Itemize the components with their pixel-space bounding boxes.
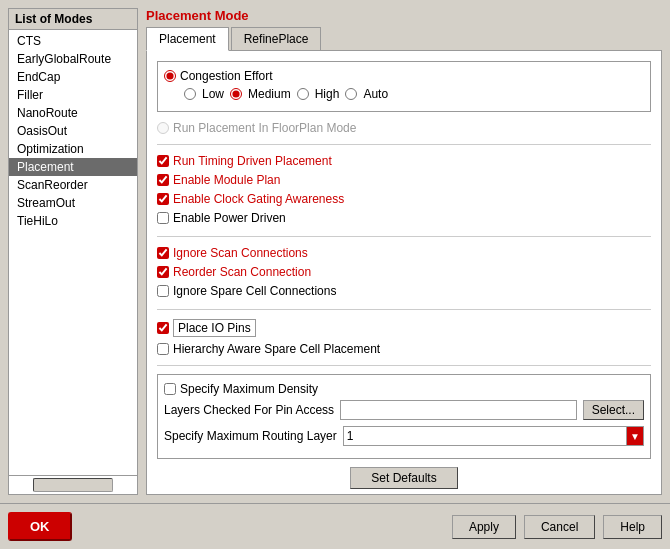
- timing-options-section: Run Timing Driven Placement Enable Modul…: [157, 153, 651, 226]
- congestion-options: Low Medium High Auto: [184, 87, 644, 101]
- window: List of Modes CTSEarlyGlobalRouteEndCapF…: [0, 0, 670, 549]
- congestion-medium-label: Medium: [248, 87, 291, 101]
- max-density-label: Specify Maximum Density: [180, 382, 318, 396]
- hierarchy-row: Hierarchy Aware Spare Cell Placement: [157, 341, 651, 357]
- right-panel: Placement Mode Placement RefinePlace Con…: [146, 8, 662, 495]
- place-io-checkbox[interactable]: [157, 322, 169, 334]
- power-driven-checkbox[interactable]: [157, 212, 169, 224]
- horizontal-scrollbar[interactable]: [33, 478, 113, 492]
- mode-item-tiehilo[interactable]: TieHiLo: [9, 212, 137, 230]
- separator-1: [157, 144, 651, 145]
- routing-combo: ▼: [343, 426, 644, 446]
- enable-module-row: Enable Module Plan: [157, 172, 651, 188]
- mode-list: CTSEarlyGlobalRouteEndCapFillerNanoRoute…: [9, 30, 137, 475]
- congestion-effort-label: Congestion Effort: [180, 69, 273, 83]
- timing-driven-label: Run Timing Driven Placement: [173, 154, 332, 168]
- hierarchy-label: Hierarchy Aware Spare Cell Placement: [173, 342, 380, 356]
- set-defaults-container: Set Defaults: [157, 467, 651, 489]
- floorplan-radio: [157, 122, 169, 134]
- mode-item-scanreorder[interactable]: ScanReorder: [9, 176, 137, 194]
- layers-label: Layers Checked For Pin Access: [164, 403, 334, 417]
- congestion-effort-row: Congestion Effort: [164, 68, 644, 84]
- congestion-medium-radio[interactable]: [230, 88, 242, 100]
- congestion-high-radio[interactable]: [297, 88, 309, 100]
- congestion-low-radio[interactable]: [184, 88, 196, 100]
- floorplan-row: Run Placement In FloorPlan Mode: [157, 120, 651, 136]
- separator-2: [157, 236, 651, 237]
- floorplan-label: Run Placement In FloorPlan Mode: [173, 121, 356, 135]
- tab-placement[interactable]: Placement: [146, 27, 229, 51]
- mode-item-optimization[interactable]: Optimization: [9, 140, 137, 158]
- power-driven-label: Enable Power Driven: [173, 211, 286, 225]
- left-panel: List of Modes CTSEarlyGlobalRouteEndCapF…: [8, 8, 138, 495]
- max-density-checkbox[interactable]: [164, 383, 176, 395]
- cancel-button[interactable]: Cancel: [524, 515, 595, 539]
- separator-3: [157, 309, 651, 310]
- mode-item-endcap[interactable]: EndCap: [9, 68, 137, 86]
- ignore-scan-row: Ignore Scan Connections: [157, 245, 651, 261]
- layers-row: Layers Checked For Pin Access Select...: [164, 400, 644, 420]
- mode-item-filler[interactable]: Filler: [9, 86, 137, 104]
- routing-row: Specify Maximum Routing Layer ▼: [164, 426, 644, 446]
- congestion-low-label: Low: [202, 87, 224, 101]
- routing-input[interactable]: [343, 426, 626, 446]
- tab-content: Congestion Effort Low Medium High Auto: [146, 51, 662, 495]
- timing-driven-checkbox[interactable]: [157, 155, 169, 167]
- congestion-high-label: High: [315, 87, 340, 101]
- mode-item-cts[interactable]: CTS: [9, 32, 137, 50]
- mode-item-placement[interactable]: Placement: [9, 158, 137, 176]
- reorder-scan-checkbox[interactable]: [157, 266, 169, 278]
- scan-section: Ignore Scan Connections Reorder Scan Con…: [157, 245, 651, 299]
- select-button[interactable]: Select...: [583, 400, 644, 420]
- mode-item-streamout[interactable]: StreamOut: [9, 194, 137, 212]
- main-content: List of Modes CTSEarlyGlobalRouteEndCapF…: [0, 0, 670, 503]
- hierarchy-checkbox[interactable]: [157, 343, 169, 355]
- routing-label: Specify Maximum Routing Layer: [164, 429, 337, 443]
- tab-refine-place[interactable]: RefinePlace: [231, 27, 322, 50]
- mode-item-earlyglobalroute[interactable]: EarlyGlobalRoute: [9, 50, 137, 68]
- help-button[interactable]: Help: [603, 515, 662, 539]
- congestion-effort-section: Congestion Effort Low Medium High Auto: [157, 61, 651, 112]
- apply-button[interactable]: Apply: [452, 515, 516, 539]
- power-driven-row: Enable Power Driven: [157, 210, 651, 226]
- congestion-auto-label: Auto: [363, 87, 388, 101]
- mode-item-oasisout[interactable]: OasisOut: [9, 122, 137, 140]
- ok-button[interactable]: OK: [8, 512, 72, 541]
- set-defaults-button[interactable]: Set Defaults: [350, 467, 457, 489]
- reorder-scan-label: Reorder Scan Connection: [173, 265, 311, 279]
- ignore-spare-checkbox[interactable]: [157, 285, 169, 297]
- ignore-scan-checkbox[interactable]: [157, 247, 169, 259]
- max-density-row: Specify Maximum Density: [164, 381, 644, 397]
- timing-driven-row: Run Timing Driven Placement: [157, 153, 651, 169]
- clock-gating-row: Enable Clock Gating Awareness: [157, 191, 651, 207]
- enable-module-checkbox[interactable]: [157, 174, 169, 186]
- mode-item-nanoroute[interactable]: NanoRoute: [9, 104, 137, 122]
- separator-4: [157, 365, 651, 366]
- congestion-effort-radio[interactable]: [164, 70, 176, 82]
- max-density-section: Specify Maximum Density Layers Checked F…: [157, 374, 651, 459]
- ignore-spare-label: Ignore Spare Cell Connections: [173, 284, 336, 298]
- left-panel-scroll: [9, 475, 137, 494]
- place-io-label: Place IO Pins: [173, 319, 256, 337]
- enable-module-label: Enable Module Plan: [173, 173, 280, 187]
- ignore-scan-label: Ignore Scan Connections: [173, 246, 308, 260]
- reorder-scan-row: Reorder Scan Connection: [157, 264, 651, 280]
- ignore-spare-row: Ignore Spare Cell Connections: [157, 283, 651, 299]
- tab-bar: Placement RefinePlace: [146, 27, 662, 51]
- left-panel-title: List of Modes: [9, 9, 137, 30]
- right-panel-title: Placement Mode: [146, 8, 662, 23]
- clock-gating-label: Enable Clock Gating Awareness: [173, 192, 344, 206]
- congestion-auto-radio[interactable]: [345, 88, 357, 100]
- bottom-bar: OK Apply Cancel Help: [0, 503, 670, 549]
- layers-input[interactable]: [340, 400, 577, 420]
- clock-gating-checkbox[interactable]: [157, 193, 169, 205]
- place-io-row: Place IO Pins: [157, 318, 651, 338]
- routing-dropdown-arrow[interactable]: ▼: [626, 426, 644, 446]
- bottom-right-buttons: Apply Cancel Help: [452, 515, 662, 539]
